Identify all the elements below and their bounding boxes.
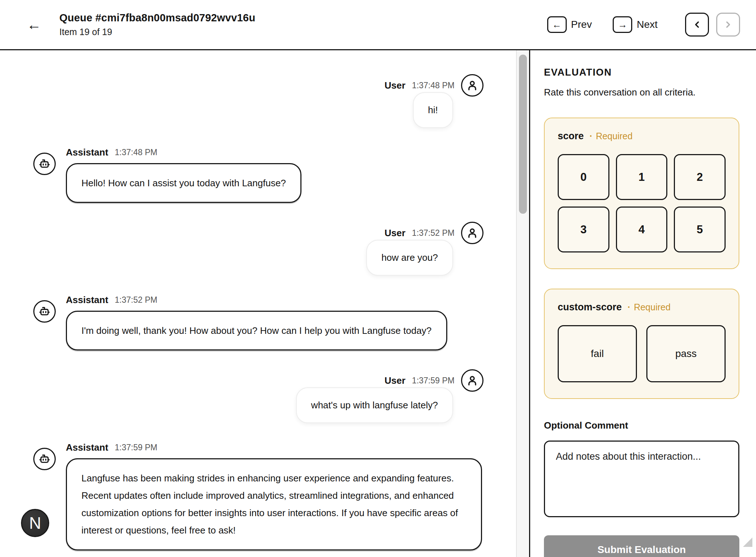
message-body: Assistant 1:37:52 PM I'm doing well, tha… [66, 294, 447, 350]
message-role: Assistant [66, 294, 108, 306]
message-role: User [385, 228, 406, 239]
evaluation-panel: EVALUATION Rate this conversation on all… [530, 50, 756, 557]
message-meta: Assistant 1:37:48 PM [66, 147, 301, 158]
option-4-button[interactable]: 4 [616, 207, 668, 252]
assistant-avatar [33, 448, 56, 470]
annotation-queue-app: ← Queue #cmi7fba8n00msad0792wvv16u Item … [0, 0, 756, 557]
message-role: User [385, 80, 406, 91]
arrow-right-key-icon: → [613, 16, 632, 33]
person-icon [466, 79, 478, 92]
collapse-panel-button[interactable] [685, 13, 709, 37]
message-bubble: Langfuse has been making strides in enha… [66, 458, 482, 550]
criterion-header: custom-score Required [558, 302, 726, 313]
submit-evaluation-button[interactable]: Submit Evaluation [544, 535, 739, 557]
page-title: Queue #cmi7fba8n00msad0792wvv16u [59, 12, 255, 24]
scrollbar-thumb[interactable] [519, 55, 527, 214]
criterion-name: custom-score [558, 302, 622, 313]
message-timestamp: 1:37:48 PM [115, 148, 157, 157]
option-5-button[interactable]: 5 [674, 207, 726, 252]
option-1-button[interactable]: 1 [616, 154, 668, 200]
next-label: Next [637, 19, 658, 30]
option-3-button[interactable]: 3 [558, 207, 609, 252]
prev-label: Prev [571, 19, 592, 30]
message-role: User [385, 375, 406, 386]
assistant-message: Assistant 1:37:59 PM Langfuse has been m… [33, 442, 483, 550]
person-icon [466, 227, 478, 239]
header-titles: Queue #cmi7fba8n00msad0792wvv16u Item 19… [59, 12, 255, 37]
evaluation-subheading: Rate this conversation on all criteria. [544, 87, 739, 98]
criterion-card: custom-score Required failpass [544, 289, 739, 399]
criteria-list: score Required 012345 custom-score Requi… [544, 118, 739, 399]
nextjs-dev-badge[interactable]: N [21, 509, 49, 537]
user-avatar [461, 74, 483, 97]
message-bubble: I'm doing well, thank you! How about you… [66, 311, 447, 350]
person-icon [466, 374, 478, 387]
required-badge: Required [628, 302, 671, 312]
assistant-message: Assistant 1:37:52 PM I'm doing well, tha… [33, 294, 483, 350]
main-split: User 1:37:48 PM hi! Assistant 1:37:48 PM… [0, 50, 756, 557]
chat-message-list: User 1:37:48 PM hi! Assistant 1:37:48 PM… [0, 50, 529, 557]
criterion-name: score [558, 131, 584, 142]
user-message: User 1:37:48 PM hi! [33, 74, 483, 128]
option-pass-button[interactable]: pass [646, 325, 726, 382]
arrow-left-key-icon: ← [547, 16, 567, 33]
header: ← Queue #cmi7fba8n00msad0792wvv16u Item … [0, 0, 756, 50]
comment-input[interactable] [544, 441, 739, 517]
user-message: User 1:37:52 PM how are you? [33, 222, 483, 276]
option-fail-button[interactable]: fail [558, 325, 637, 382]
option-0-button[interactable]: 0 [558, 154, 609, 200]
message-bubble: what's up with langfuse lately? [296, 387, 453, 423]
robot-icon [38, 158, 51, 170]
user-avatar [461, 222, 483, 244]
chevron-right-icon [723, 20, 733, 30]
user-avatar [461, 369, 483, 392]
resize-grip-icon[interactable] [743, 537, 752, 547]
prev-button[interactable]: ← Prev [547, 16, 592, 33]
criterion-options: failpass [558, 325, 726, 382]
message-timestamp: 1:37:52 PM [115, 295, 157, 305]
assistant-avatar [33, 153, 56, 175]
option-2-button[interactable]: 2 [674, 154, 726, 200]
message-body: Assistant 1:37:48 PM Hello! How can I as… [66, 147, 301, 203]
message-role: Assistant [66, 147, 108, 158]
item-counter: Item 19 of 19 [59, 27, 255, 37]
expand-panel-button[interactable] [716, 13, 740, 37]
message-timestamp: 1:37:59 PM [115, 443, 157, 452]
message-timestamp: 1:37:48 PM [412, 81, 455, 90]
required-badge: Required [590, 131, 633, 141]
message-meta: Assistant 1:37:52 PM [66, 294, 447, 306]
message-bubble: how are you? [366, 240, 453, 276]
message-body: Assistant 1:37:59 PM Langfuse has been m… [66, 442, 482, 550]
user-message: User 1:37:59 PM what's up with langfuse … [33, 369, 483, 423]
evaluation-heading: EVALUATION [544, 67, 739, 78]
message-role: Assistant [66, 442, 108, 453]
conversation-pane: User 1:37:48 PM hi! Assistant 1:37:48 PM… [0, 50, 530, 557]
robot-icon [38, 305, 51, 318]
criterion-options: 012345 [558, 154, 726, 252]
message-timestamp: 1:37:59 PM [412, 376, 455, 386]
message-timestamp: 1:37:52 PM [412, 228, 455, 238]
criterion-card: score Required 012345 [544, 118, 739, 269]
message-bubble: hi! [413, 92, 453, 128]
message-meta: Assistant 1:37:59 PM [66, 442, 482, 453]
robot-icon [38, 453, 51, 465]
back-button[interactable]: ← [24, 16, 44, 33]
next-button[interactable]: → Next [613, 16, 658, 33]
assistant-message: Assistant 1:37:48 PM Hello! How can I as… [33, 147, 483, 203]
chat-scrollbar[interactable] [516, 50, 529, 557]
message-bubble: Hello! How can I assist you today with L… [66, 163, 301, 203]
chevron-left-icon [692, 20, 702, 30]
criterion-header: score Required [558, 131, 726, 142]
comment-label: Optional Comment [544, 420, 739, 431]
assistant-avatar [33, 300, 56, 323]
